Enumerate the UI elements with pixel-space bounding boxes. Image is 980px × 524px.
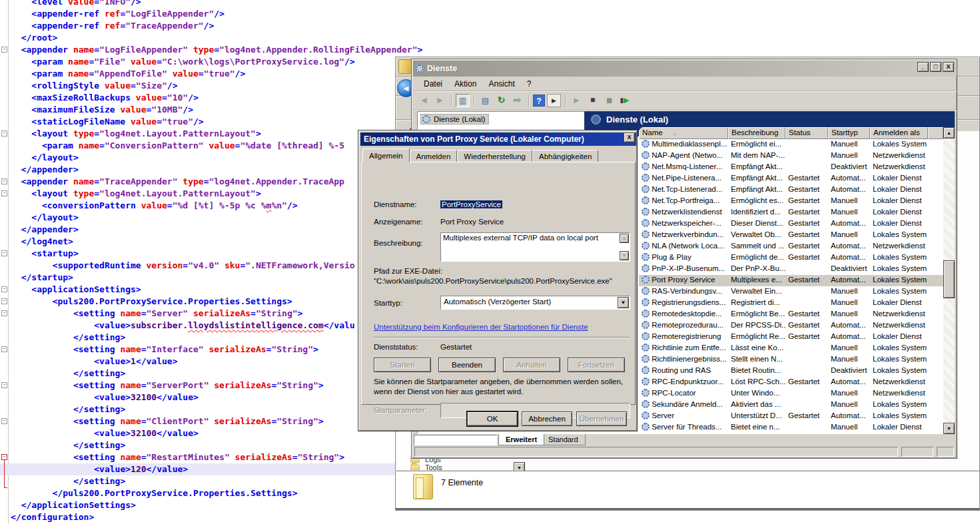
tab-anmelden[interactable]: Anmelden [410,150,458,162]
scroll-up-button[interactable]: ▲ [943,127,955,138]
dienstname-label: Dienstname: [374,200,417,208]
service-row[interactable]: RemoteregistrierungErmöglicht Re...Gesta… [639,332,943,343]
fold-collapse-icon[interactable]: − [1,47,7,53]
toolbar-export-list-button[interactable]: ⇨ [510,94,524,107]
close-icon[interactable]: X [943,62,954,72]
service-row[interactable]: Net.Tcp-Listenerad...Empfängt Akt...Gest… [639,184,943,196]
scroll-down-icon[interactable]: ▼ [620,251,629,260]
service-row[interactable]: PnP-X-IP-Busenum...Der PnP-X-Bu...Deakti… [639,264,943,275]
scroll-down-button[interactable]: ▼ [943,423,955,434]
toolbar-forward-button[interactable]: ► [433,94,447,107]
service-row[interactable]: Server für Threads...Bietet eine n...Man… [639,422,943,433]
scroll-up-icon[interactable]: ▲ [620,234,629,243]
column-header-beschreibung[interactable]: Beschreibung [728,127,785,139]
menu-help[interactable]: ? [522,78,537,90]
toolbar-start-button[interactable]: ▶ [570,94,584,107]
fold-collapse-icon[interactable]: − [1,382,7,388]
column-header-name[interactable]: Name▲ [639,127,728,139]
fold-collapse-icon-active[interactable]: − [1,454,7,460]
fold-collapse-icon[interactable]: − [1,250,7,256]
service-row[interactable]: Routing und RASBietet Routin...Deaktivie… [639,366,943,377]
toolbar-help-button[interactable]: ? [533,95,545,107]
service-cell: Gestartet [785,253,828,263]
tree-item-dienste-lokal[interactable]: Dienste (Lokal) [420,114,489,125]
service-cell: Gestartet [785,276,828,286]
service-cell: Sammelt und ... [728,242,785,252]
menu-aktion[interactable]: Aktion [449,78,482,90]
beschreibung-field[interactable]: Multiplexes external TCP/IP data on loca… [440,232,630,262]
view-tab-erweitert[interactable]: Erweitert [498,434,544,445]
fold-collapse-icon[interactable]: − [1,190,7,196]
beenden-button[interactable]: Beenden [438,358,496,372]
view-tab-standard[interactable]: Standard [541,434,586,445]
fold-collapse-icon[interactable]: − [1,286,7,292]
toolbar-pause-button[interactable]: ▮▮ [602,94,616,107]
service-row[interactable]: RPC-Endpunktzuor...Löst RPC-Sch...Gestar… [639,377,943,388]
service-row[interactable]: Net.Msmq-Listener...Empfängt Akt...Deakt… [639,162,943,173]
service-row[interactable]: Remoteprozedurau...Der RPCSS-Di...Gestar… [639,320,943,332]
gear-icon [642,366,650,374]
close-icon[interactable]: X [624,132,635,142]
toolbar-console-tree-button[interactable]: ▥ [456,94,470,107]
menu-datei[interactable]: Datei [418,78,448,90]
toolbar-restart-service-button[interactable]: ▮▶ [618,94,632,107]
menu-ansicht[interactable]: Ansicht [483,78,520,90]
gear-icon [642,151,650,159]
service-row[interactable]: Plug & PlayErmöglicht de...GestartetAuto… [639,252,943,264]
gear-icon [642,400,650,408]
service-row[interactable]: Richtlinie zum Entfe...Lässt eine Ko...M… [639,343,943,354]
toolbar-show-dialog-button[interactable]: ▶ [547,94,561,107]
fold-collapse-icon[interactable]: − [1,178,7,184]
service-row[interactable]: Remotedesktopdie...Ermöglicht Be...Gesta… [639,309,943,320]
column-header-anmelden-als[interactable]: Anmelden als [870,127,928,139]
service-row[interactable]: Multimediaklassenpl...Ermöglicht ei...Ma… [639,139,943,150]
chevron-down-icon[interactable]: ▼ [618,297,629,308]
tab-abhängigkeiten[interactable]: Abhängigkeiten [532,150,598,162]
service-row[interactable]: Net.Tcp-Portfreiga...Ermöglicht es...Ges… [639,196,943,207]
startoptions-help-link[interactable]: Unterstützung beim Konfigurieren der Sta… [374,323,588,331]
toolbar-properties-button[interactable]: ▤ [478,94,492,107]
fold-collapse-icon[interactable]: − [1,310,7,316]
service-name-cell: Netzwerkspeicher-... [639,219,728,229]
tab-wiederherstellung[interactable]: Wiederherstellung [457,150,532,162]
service-row[interactable]: NetzwerklistendienstIdentifiziert d...Ge… [639,207,943,218]
service-row[interactable]: Net.Pipe-Listenera...Empfängt Akt...Gest… [639,173,943,184]
service-row[interactable]: Registrierungsdiens...Registriert di...M… [639,298,943,309]
service-row[interactable]: Port Proxy ServiceMultiplexes e...Gestar… [639,275,943,286]
fold-collapse-icon[interactable]: − [1,418,7,424]
tree-folder-item[interactable]: Tools [409,463,576,470]
service-row[interactable]: Sekundäre Anmeld...Aktiviert das ...Manu… [639,399,943,411]
vertical-scrollbar[interactable]: ▲ ▼ [943,127,955,434]
service-row[interactable]: NLA (Network Loca...Sammelt und ...Gesta… [639,241,943,252]
maximize-icon[interactable]: □ [930,62,941,72]
services-titlebar[interactable]: Dienste [413,61,957,77]
fold-collapse-icon[interactable]: − [1,131,7,136]
minimize-icon[interactable]: _ [917,62,929,72]
service-row[interactable]: Netzwerkspeicher-...Dieser Dienst...Gest… [639,218,943,230]
starten-button: Starten [374,358,431,372]
toolbar-back-button[interactable]: ◄ [417,94,431,107]
column-header-status[interactable]: Status [785,127,828,139]
service-row[interactable]: ServerUnterstützt D...GestartetAutomat..… [639,411,943,422]
tab-allgemein[interactable]: Allgemein [362,148,410,162]
service-row[interactable]: Netzwerkverbindun...Verwaltet Ob...Gesta… [639,230,943,241]
ok-button[interactable]: OK [467,411,518,426]
service-cell: Automat... [828,219,870,229]
service-row[interactable]: RPC-LocatorUnter Windo...ManuellNetzwerk… [639,388,943,399]
column-header-starttyp[interactable]: Starttyp [828,127,870,139]
fold-collapse-icon[interactable]: − [1,298,7,304]
service-row[interactable]: RAS-Verbindungsv...Verwaltet Ein...Manue… [639,286,943,298]
service-row[interactable]: Richtlinienergebniss...Stellt einen N...… [639,354,943,366]
code-line: <appender-ref ref="TraceAppender"/> [0,20,980,32]
service-cell: Lässt eine Ko... [728,344,785,354]
service-row[interactable]: NAP-Agent (Netwo...Mit dem NAP-...Manuel… [639,150,943,162]
fold-collapse-icon[interactable]: − [1,346,7,352]
dialog-titlebar[interactable]: Eigenschaften von Port Proxy Service (Lo… [360,132,636,146]
service-name-cell: RPC-Endpunktzuor... [639,378,728,388]
abbrechen-button[interactable]: Abbrechen [522,411,572,426]
toolbar-stop-button[interactable]: ■ [586,94,600,107]
starttyp-dropdown[interactable]: Automatisch (Verzögerter Start) ▼ [440,296,630,310]
scrollbar-thumb[interactable] [943,260,955,298]
toolbar-refresh-button[interactable]: ↻ [494,94,508,107]
gear-icon [642,264,650,272]
